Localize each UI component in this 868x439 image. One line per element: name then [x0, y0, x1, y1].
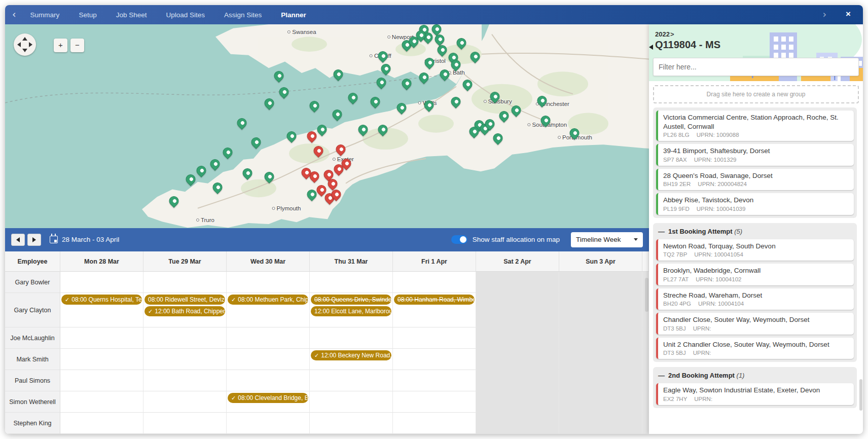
schedule-cell[interactable]	[559, 327, 642, 349]
tab-setup[interactable]: Setup	[71, 8, 103, 22]
schedule-cell[interactable]	[559, 413, 642, 434]
schedule-cell[interactable]	[476, 293, 559, 327]
pan-down-icon[interactable]	[22, 49, 27, 52]
site-card[interactable]: Newton Road, Torquay, South DevonTQ2 7BP…	[656, 239, 854, 261]
site-card[interactable]: Streche Road, Wareham, DorsetBH20 4PGUPR…	[656, 288, 854, 310]
schedule-cell[interactable]	[559, 391, 642, 413]
next-week-button[interactable]	[27, 234, 41, 246]
collapse-group-icon[interactable]: —	[658, 372, 665, 379]
site-card[interactable]: Chandler Close, Souter Way, Weymouth, Do…	[656, 313, 854, 335]
tab-upload-sites[interactable]: Upload Sites	[159, 8, 212, 22]
schedule-cell[interactable]	[310, 413, 393, 434]
appointment-chip[interactable]: ✓08:00 Methuen Park, Chippe	[228, 295, 308, 305]
previous-week-button[interactable]	[11, 234, 25, 246]
pan-left-icon[interactable]	[17, 42, 21, 47]
staff-allocation-toggle[interactable]	[451, 235, 467, 244]
pan-right-icon[interactable]	[29, 42, 32, 47]
appointment-chip[interactable]: ✓12:00 Beckery New Road, Gl	[311, 350, 391, 360]
schedule-cell[interactable]	[60, 327, 143, 349]
schedule-cell[interactable]	[143, 370, 227, 391]
schedule-cell[interactable]	[393, 391, 476, 413]
schedule-cell[interactable]: ✓08:00 Methuen Park, Chippe	[227, 293, 310, 327]
schedule-cell[interactable]	[60, 413, 143, 434]
calendar-icon[interactable]	[50, 236, 58, 243]
schedule-cell[interactable]	[393, 272, 476, 293]
schedule-cell[interactable]	[310, 327, 393, 349]
group-header[interactable]: —2nd Booking Attempt (1)	[656, 370, 854, 383]
schedule-cell[interactable]	[227, 370, 310, 391]
site-card[interactable]: 39-41 Bimport, Shaftesbury, DorsetSP7 8A…	[656, 144, 854, 166]
site-card[interactable]: Victoria Commercial Centre, Station Appr…	[656, 111, 854, 141]
schedule-cell[interactable]	[227, 327, 310, 349]
schedule-cell[interactable]	[393, 327, 476, 349]
schedule-cell[interactable]: ✓12:00 Beckery New Road, Gl	[310, 349, 393, 370]
zoom-out-button[interactable]: −	[70, 39, 84, 52]
schedule-cell[interactable]	[393, 349, 476, 370]
schedule-cell[interactable]	[143, 413, 227, 434]
map-pan-control[interactable]	[14, 33, 36, 56]
appointment-chip[interactable]: ✓12:00 Bath Road, Chippenha	[144, 306, 225, 316]
pan-up-icon[interactable]	[22, 37, 27, 41]
schedule-cell[interactable]	[559, 349, 642, 370]
schedule-cell[interactable]	[559, 370, 642, 391]
schedule-cell[interactable]	[476, 391, 559, 413]
sidebar-collapse-arrow-icon[interactable]	[649, 45, 653, 50]
schedule-cell[interactable]	[476, 413, 559, 434]
schedule-cell[interactable]	[60, 349, 143, 370]
site-card[interactable]: Eagle Way, Sowton Industrial Estate, Exe…	[656, 383, 854, 405]
forward-chevron-icon[interactable]: ›	[811, 9, 838, 21]
schedule-cell[interactable]	[393, 413, 476, 434]
appointment-chip[interactable]: 08:00 Queens Drive, Swindon,	[311, 295, 391, 305]
year-breadcrumb[interactable]: 2022>	[655, 30, 674, 38]
schedule-cell[interactable]	[310, 370, 393, 391]
scheduler-scrollbar-thumb[interactable]	[645, 278, 648, 312]
schedule-cell[interactable]	[143, 327, 227, 349]
tab-planner[interactable]: Planner	[274, 8, 313, 22]
site-card[interactable]: Abbey Rise, Tavistock, DevonPL19 9FDUPRN…	[656, 193, 854, 215]
appointment-chip[interactable]: 08:00 Hanham Road, Wimbor	[394, 295, 475, 305]
schedule-cell[interactable]	[143, 272, 227, 293]
schedule-cell[interactable]	[227, 349, 310, 370]
schedule-cell[interactable]: 08:00 Queens Drive, Swindon,12:00 Elcott…	[310, 293, 393, 327]
schedule-cell[interactable]	[60, 391, 143, 413]
appointment-chip[interactable]: ✓08:00 Querns Hospital, Tetb	[61, 295, 142, 305]
schedule-cell[interactable]	[393, 370, 476, 391]
schedule-cell[interactable]	[476, 370, 559, 391]
schedule-cell[interactable]	[60, 370, 143, 391]
appointment-chip[interactable]: ✓08:00 Cleveland Bridge, Bat	[228, 393, 308, 403]
schedule-cell[interactable]	[476, 272, 559, 293]
site-card[interactable]: 28 Queen's Road, Swanage, DorsetBH19 2ER…	[656, 169, 854, 191]
close-icon[interactable]: ×	[841, 9, 856, 20]
collapse-group-icon[interactable]: —	[658, 228, 665, 235]
site-card[interactable]: Brooklyn, Wadebridge, CornwallPL27 7ATUP…	[656, 264, 854, 285]
schedule-cell[interactable]	[143, 391, 227, 413]
schedule-cell[interactable]	[60, 272, 143, 293]
schedule-cell[interactable]	[227, 272, 310, 293]
appointment-chip[interactable]: 12:00 Elcott Lane, Marlboroug	[311, 306, 391, 316]
schedule-cell[interactable]: ✓08:00 Querns Hospital, Tetb	[60, 293, 143, 327]
schedule-cell[interactable]	[559, 293, 642, 327]
schedule-cell[interactable]	[559, 272, 642, 293]
back-chevron-icon[interactable]: ‹	[12, 9, 20, 21]
tab-job-sheet[interactable]: Job Sheet	[109, 8, 154, 22]
drag-site-dropzone[interactable]: Drag site here to create a new group	[653, 85, 859, 103]
map[interactable]: + − SwanseaNewportCardiffBristolBathWell…	[5, 24, 649, 228]
tab-assign-sites[interactable]: Assign Sites	[217, 8, 269, 22]
schedule-cell[interactable]	[310, 272, 393, 293]
schedule-cell[interactable]	[476, 349, 559, 370]
filter-input[interactable]	[653, 58, 859, 76]
sidebar-scrollbar-thumb[interactable]	[859, 379, 862, 411]
schedule-cell[interactable]	[310, 391, 393, 413]
schedule-cell[interactable]	[227, 413, 310, 434]
schedule-cell[interactable]: 08:00 Hanham Road, Wimbor	[393, 293, 476, 327]
tab-summary[interactable]: Summary	[23, 8, 67, 22]
site-card[interactable]: Unit 2 Chandler Close, Souter Way, Weymo…	[656, 338, 854, 359]
schedule-cell[interactable]: 08:00 Ridewell Street, Devizes✓12:00 Bat…	[143, 293, 227, 327]
appointment-chip[interactable]: 08:00 Ridewell Street, Devizes	[144, 295, 225, 305]
schedule-cell[interactable]	[476, 327, 559, 349]
schedule-cell[interactable]	[143, 349, 227, 370]
zoom-in-button[interactable]: +	[54, 39, 67, 52]
timeline-view-select[interactable]: Timeline Week	[571, 232, 643, 247]
schedule-cell[interactable]: ✓08:00 Cleveland Bridge, Bat	[227, 391, 310, 413]
group-header[interactable]: —1st Booking Attempt (5)	[656, 226, 854, 239]
